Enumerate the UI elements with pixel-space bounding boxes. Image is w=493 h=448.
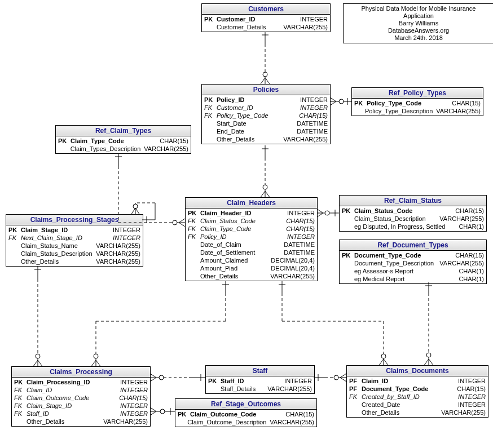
svg-point-46 bbox=[381, 354, 386, 358]
entity-column: Other_DetailsVARCHAR(255) bbox=[6, 258, 143, 265]
entity-title: Ref_Claim_Types bbox=[56, 126, 191, 136]
svg-point-32 bbox=[36, 354, 40, 358]
entity-title: Ref_Claim_Status bbox=[340, 196, 486, 206]
entity-column: PKPolicy_Type_CodeCHAR(15) bbox=[352, 99, 483, 107]
entity-column: Claim_Outcome_DescriptionVARCHAR(255) bbox=[175, 418, 316, 426]
entity-title: Claims_Processing bbox=[12, 367, 150, 378]
entity-column: Claim_Status_DescriptionVARCHAR(255) bbox=[340, 215, 486, 223]
entity-title: Ref_Document_Types bbox=[340, 240, 486, 251]
info-line: Barry Williams bbox=[347, 20, 490, 27]
entity-column: eg Medical ReportCHAR(1) bbox=[340, 275, 486, 283]
entity-column: eg Assessor-s ReportCHAR(1) bbox=[340, 267, 486, 275]
svg-point-4 bbox=[263, 72, 267, 77]
entity-column: PKDocument_Type_CodeCHAR(15) bbox=[340, 251, 486, 259]
entity-column: Date_of_SettlementDATETIME bbox=[186, 249, 317, 256]
entity-column: End_DateDATETIME bbox=[202, 127, 330, 135]
entity-column: Amount_ClaimedDECIMAL(20,4) bbox=[186, 256, 317, 264]
entity-column: FKClaim_Status_CodeCHAR(15) bbox=[186, 217, 317, 225]
entity-column: Other_DetailsVARCHAR(255) bbox=[347, 409, 488, 416]
entity-column: Amount_PiadDECIMAL(20,4) bbox=[186, 264, 317, 272]
svg-point-12 bbox=[263, 185, 267, 189]
entity-title: Ref_Stage_Outcomes bbox=[175, 399, 316, 410]
entity-column: FKPolicy_Type_CodeCHAR(15) bbox=[202, 112, 330, 119]
entity-column: PKClaim_Type_CodeCHAR(15) bbox=[56, 137, 191, 145]
entity-ref-stage-outcomes: Ref_Stage_Outcomes PKClaim_Outcome_CodeC… bbox=[175, 398, 317, 427]
entity-title: Ref_Policy_Types bbox=[352, 88, 483, 99]
entity-column: PKPolicy_IDINTEGER bbox=[202, 96, 330, 104]
entity-column: FKClaim_Outcome_CodeCHAR(15) bbox=[12, 394, 150, 402]
entity-column: Date_of_ClaimDATETIME bbox=[186, 241, 317, 249]
entity-title: Policies bbox=[202, 85, 330, 95]
entity-staff: Staff PKStaff_IDINTEGERStaff_DetailsVARC… bbox=[205, 365, 315, 394]
entity-policies: Policies PKPolicy_IDINTEGERFKCustomer_ID… bbox=[201, 84, 331, 144]
entity-claim-headers: Claim_Headers PKClaim_Header_IDINTEGERFK… bbox=[185, 197, 318, 281]
entity-column: PKStaff_IDINTEGER bbox=[206, 377, 314, 385]
entity-column: PKClaim_Stage_IDINTEGER bbox=[6, 226, 143, 234]
entity-column: eg Disputed, In Progress, SettledCHAR(1) bbox=[340, 223, 486, 230]
entity-column: Claim_Status_NameVARCHAR(255) bbox=[6, 242, 143, 250]
svg-point-6 bbox=[339, 99, 344, 104]
entity-column: Claim_Types_DescriptionVARCHAR(255) bbox=[56, 145, 191, 153]
entity-column: FKCustomer_IDINTEGER bbox=[202, 104, 330, 112]
entity-column: PKClaim_Outcome_CodeCHAR(15) bbox=[175, 410, 316, 418]
entity-column: FKClaim_Type_CodeCHAR(15) bbox=[186, 225, 317, 233]
svg-point-65 bbox=[160, 409, 165, 414]
entity-column: FKClaim_IDINTEGER bbox=[12, 386, 150, 394]
svg-point-20 bbox=[325, 211, 329, 215]
entity-column: Policy_Type_DescriptionVARCHAR(255) bbox=[352, 107, 483, 115]
entity-ref-policy-types: Ref_Policy_Types PKPolicy_Type_CodeCHAR(… bbox=[351, 87, 483, 116]
entity-column: Other_DetailsVARCHAR(255) bbox=[186, 272, 317, 280]
svg-point-18 bbox=[173, 220, 177, 225]
entity-title: Claim_Headers bbox=[186, 198, 317, 209]
entity-column: Claim_Status_DescriptionVARCHAR(255) bbox=[6, 250, 143, 258]
entity-column: PFClaim_IDINTEGER bbox=[347, 377, 488, 385]
erd-canvas: Physical Data Model for Mobile Insurance… bbox=[0, 0, 493, 448]
entity-column: Created_DateINTEGER bbox=[347, 401, 488, 409]
entity-column: FKStaff_IDINTEGER bbox=[12, 410, 150, 418]
entity-claims-processing-stages: Claims_Processing_Stages PKClaim_Stage_I… bbox=[6, 214, 143, 267]
entity-column: Staff_DetailsVARCHAR(255) bbox=[206, 385, 314, 393]
svg-point-39 bbox=[94, 354, 98, 358]
entity-column: Document_Type_DescriptionVARCHAR(255) bbox=[340, 259, 486, 267]
svg-point-27 bbox=[133, 204, 138, 209]
entity-column: FKCreated_by_Staff_IDINTEGER bbox=[347, 393, 488, 401]
info-line: Physical Data Model for Mobile Insurance… bbox=[347, 5, 490, 20]
info-line: DatabaseAnswers.org bbox=[347, 27, 490, 34]
entity-column: PFDocument_Type_CodeCHAR(15) bbox=[347, 385, 488, 393]
info-line: March 24th. 2018 bbox=[347, 34, 490, 42]
entity-claims-processing: Claims_Processing PKClaim_Processing_IDI… bbox=[11, 366, 151, 427]
entity-ref-claim-status: Ref_Claim_Status PKClaim_Status_CodeCHAR… bbox=[339, 195, 487, 232]
entity-ref-claim-types: Ref_Claim_Types PKClaim_Type_CodeCHAR(15… bbox=[55, 125, 191, 154]
entity-column: Start_DateDATETIME bbox=[202, 119, 330, 127]
entity-column: PKCustomer_IDINTEGER bbox=[202, 15, 330, 23]
entity-title: Staff bbox=[206, 366, 314, 376]
entity-column: Other_DetailsVARCHAR(255) bbox=[202, 135, 330, 143]
entity-column: PKClaim_Processing_IDINTEGER bbox=[12, 378, 150, 386]
entity-column: FKClaim_Stage_IDINTEGER bbox=[12, 402, 150, 410]
entity-ref-document-types: Ref_Document_Types PKDocument_Type_CodeC… bbox=[339, 239, 487, 284]
svg-point-61 bbox=[334, 375, 338, 380]
entity-title: Claims_Processing_Stages bbox=[6, 215, 143, 225]
entity-column: PKClaim_Header_IDINTEGER bbox=[186, 209, 317, 217]
entity-claims-documents: Claims_Documents PFClaim_IDINTEGERPFDocu… bbox=[346, 365, 488, 418]
info-box: Physical Data Model for Mobile Insurance… bbox=[343, 3, 493, 43]
svg-point-56 bbox=[159, 375, 164, 380]
entity-column: PKClaim_Status_CodeCHAR(15) bbox=[340, 207, 486, 215]
entity-title: Customers bbox=[202, 4, 330, 15]
entity-column: Other_DetailsVARCHAR(255) bbox=[12, 418, 150, 425]
entity-column: Customer_DetailsVARCHAR(255) bbox=[202, 23, 330, 31]
entity-customers: Customers PKCustomer_IDINTEGERCustomer_D… bbox=[201, 3, 331, 32]
svg-point-51 bbox=[426, 353, 431, 357]
entity-title: Claims_Documents bbox=[347, 366, 488, 376]
entity-column: FKNext_Claim_Stage_IDINTEGER bbox=[6, 234, 143, 242]
entity-column: FKPolicy_IDINTEGER bbox=[186, 233, 317, 241]
